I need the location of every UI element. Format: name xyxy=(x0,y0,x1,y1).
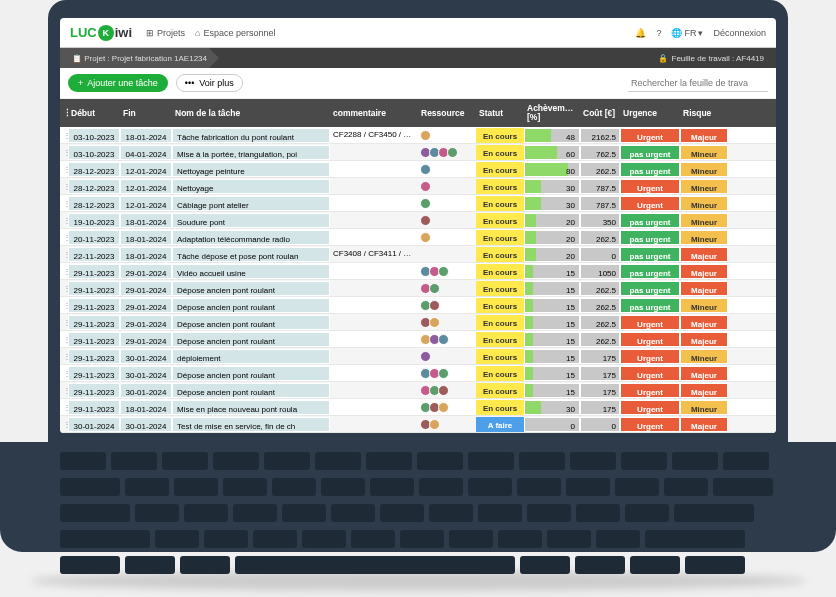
cell-status[interactable]: En cours xyxy=(476,400,524,415)
cell-fin[interactable]: 29-01-2024 xyxy=(120,264,172,279)
grip-icon[interactable]: ⋮ xyxy=(60,163,68,176)
cell-nom[interactable]: Dépose ancien pont roulant xyxy=(172,281,330,296)
grip-icon[interactable]: ⋮ xyxy=(60,367,68,380)
cell-resource[interactable] xyxy=(418,164,476,175)
breadcrumb-project[interactable]: 📋 Projet : Projet fabrication 1AE1234 xyxy=(60,48,219,68)
cell-nom[interactable]: Adaptation télécommande radio xyxy=(172,230,330,245)
cell-fin[interactable]: 18-01-2024 xyxy=(120,128,172,143)
cell-resource[interactable] xyxy=(418,130,476,141)
cell-cost[interactable]: 262.5 xyxy=(580,230,620,245)
cell-resource[interactable] xyxy=(418,334,476,345)
cell-debut[interactable]: 20-11-2023 xyxy=(68,230,120,245)
cell-cost[interactable]: 262.5 xyxy=(580,281,620,296)
cell-achievement[interactable]: 15 xyxy=(524,383,580,398)
cell-risk[interactable]: Mineur xyxy=(680,230,728,245)
cell-status[interactable]: A faire xyxy=(476,417,524,432)
table-row[interactable]: ⋮03-10-202318-01-2024Tâche fabrication d… xyxy=(60,127,776,144)
table-row[interactable]: ⋮29-11-202329-01-2024Dépose ancien pont … xyxy=(60,297,776,314)
cell-comm[interactable] xyxy=(330,145,418,160)
cell-debut[interactable]: 28-12-2023 xyxy=(68,196,120,211)
cell-fin[interactable]: 18-01-2024 xyxy=(120,247,172,262)
col-res[interactable]: Ressource xyxy=(418,106,476,120)
cell-fin[interactable]: 30-01-2024 xyxy=(120,366,172,381)
grip-icon[interactable]: ⋮ xyxy=(60,265,68,278)
cell-debut[interactable]: 29-11-2023 xyxy=(68,400,120,415)
cell-achievement[interactable]: 30 xyxy=(524,179,580,194)
table-row[interactable]: ⋮28-12-202312-01-2024NettoyageEn cours30… xyxy=(60,178,776,195)
col-debut[interactable]: Début xyxy=(68,106,120,120)
cell-cost[interactable]: 762.5 xyxy=(580,145,620,160)
cell-comm[interactable] xyxy=(330,366,418,381)
cell-risk[interactable]: Mineur xyxy=(680,349,728,364)
grip-icon[interactable]: ⋮ xyxy=(60,299,68,312)
cell-resource[interactable] xyxy=(418,300,476,311)
cell-status[interactable]: En cours xyxy=(476,230,524,245)
cell-achievement[interactable]: 15 xyxy=(524,366,580,381)
cell-resource[interactable] xyxy=(418,283,476,294)
cell-debut[interactable]: 28-12-2023 xyxy=(68,162,120,177)
cell-cost[interactable]: 175 xyxy=(580,400,620,415)
cell-nom[interactable]: Nettoyage xyxy=(172,179,330,194)
cell-risk[interactable]: Majeur xyxy=(680,264,728,279)
cell-achievement[interactable]: 30 xyxy=(524,196,580,211)
cell-achievement[interactable]: 20 xyxy=(524,213,580,228)
cell-nom[interactable]: Dépose ancien pont roulant xyxy=(172,332,330,347)
cell-resource[interactable] xyxy=(418,402,476,413)
cell-urgency[interactable]: Urgent xyxy=(620,383,680,398)
cell-urgency[interactable]: Urgent xyxy=(620,332,680,347)
cell-fin[interactable]: 12-01-2024 xyxy=(120,196,172,211)
cell-debut[interactable]: 29-11-2023 xyxy=(68,383,120,398)
add-task-button[interactable]: + Ajouter une tâche xyxy=(68,74,168,92)
cell-status[interactable]: En cours xyxy=(476,315,524,330)
cell-achievement[interactable]: 15 xyxy=(524,315,580,330)
cell-comm[interactable] xyxy=(330,315,418,330)
cell-urgency[interactable]: Urgent xyxy=(620,196,680,211)
cell-fin[interactable]: 18-01-2024 xyxy=(120,213,172,228)
table-row[interactable]: ⋮29-11-202329-01-2024Dépose ancien pont … xyxy=(60,331,776,348)
cell-achievement[interactable]: 20 xyxy=(524,230,580,245)
cell-comm[interactable] xyxy=(330,383,418,398)
cell-cost[interactable]: 0 xyxy=(580,417,620,432)
cell-urgency[interactable]: pas urgent xyxy=(620,298,680,313)
cell-debut[interactable]: 30-01-2024 xyxy=(68,417,120,432)
col-ach[interactable]: Achèvement [%] xyxy=(524,102,580,125)
cell-comm[interactable] xyxy=(330,230,418,245)
cell-debut[interactable]: 03-10-2023 xyxy=(68,128,120,143)
table-row[interactable]: ⋮29-11-202330-01-2024Dépose ancien pont … xyxy=(60,365,776,382)
nav-projects[interactable]: ⊞ Projets xyxy=(146,28,185,38)
cell-urgency[interactable]: pas urgent xyxy=(620,264,680,279)
table-row[interactable]: ⋮28-12-202312-01-2024Câblage pont atelie… xyxy=(60,195,776,212)
col-cout[interactable]: Coût [€] xyxy=(580,106,620,120)
cell-cost[interactable]: 262.5 xyxy=(580,315,620,330)
cell-risk[interactable]: Mineur xyxy=(680,179,728,194)
cell-urgency[interactable]: pas urgent xyxy=(620,247,680,262)
table-row[interactable]: ⋮29-11-202329-01-2024Vidéo accueil usine… xyxy=(60,263,776,280)
cell-debut[interactable]: 19-10-2023 xyxy=(68,213,120,228)
more-button[interactable]: ••• Voir plus xyxy=(176,74,243,92)
cell-status[interactable]: En cours xyxy=(476,281,524,296)
cell-fin[interactable]: 12-01-2024 xyxy=(120,179,172,194)
grip-icon[interactable]: ⋮ xyxy=(60,180,68,193)
cell-status[interactable]: En cours xyxy=(476,264,524,279)
cell-fin[interactable]: 29-01-2024 xyxy=(120,298,172,313)
cell-cost[interactable]: 1050 xyxy=(580,264,620,279)
cell-debut[interactable]: 29-11-2023 xyxy=(68,332,120,347)
cell-nom[interactable]: Tâche dépose et pose pont roulan xyxy=(172,247,330,262)
cell-comm[interactable] xyxy=(330,179,418,194)
cell-resource[interactable] xyxy=(418,385,476,396)
cell-urgency[interactable]: pas urgent xyxy=(620,281,680,296)
grip-icon[interactable]: ⋮ xyxy=(60,231,68,244)
cell-cost[interactable]: 175 xyxy=(580,383,620,398)
grip-icon[interactable]: ⋮ xyxy=(60,333,68,346)
cell-status[interactable]: En cours xyxy=(476,196,524,211)
cell-achievement[interactable]: 15 xyxy=(524,349,580,364)
nav-personal[interactable]: ⌂ Espace personnel xyxy=(195,28,276,38)
cell-nom[interactable]: Vidéo accueil usine xyxy=(172,264,330,279)
cell-achievement[interactable]: 30 xyxy=(524,400,580,415)
table-row[interactable]: ⋮22-11-202318-01-2024Tâche dépose et pos… xyxy=(60,246,776,263)
cell-cost[interactable]: 2162.5 xyxy=(580,128,620,143)
language-switcher[interactable]: 🌐 FR ▾ xyxy=(671,28,703,38)
cell-nom[interactable]: Soudure pont xyxy=(172,213,330,228)
cell-nom[interactable]: Tâche fabrication du pont roulant xyxy=(172,128,330,143)
search-input[interactable] xyxy=(628,75,768,92)
